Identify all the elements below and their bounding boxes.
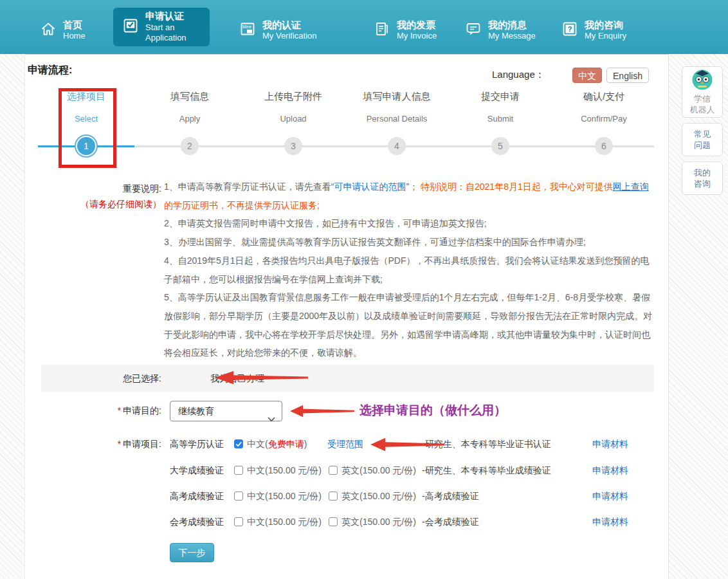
checkbox-english[interactable] [329, 517, 338, 526]
sidebar-box-label: 学信 机器人 [690, 93, 715, 115]
note-text: 2、申请英文报告需同时申请中文报告，如已持有中文报告，可申请追加英文报告; [164, 218, 487, 228]
sidebar-box-chatbot[interactable]: 学信 机器人 [682, 66, 723, 118]
checkbox-label-part: 英文(150.00 元/份) [341, 491, 416, 501]
language-button-chinese[interactable]: 中文 [572, 68, 602, 83]
main-panel: 申请流程: Language： 中文 English 选择项目Select1填写… [24, 54, 669, 579]
language-button-english[interactable]: English [606, 68, 649, 83]
checkbox-label-part: 中文(150.00 元/份) [247, 517, 322, 527]
note-item: 3、办理出国留学、就业需提供高等教育学历认证报告英文翻译件，可通过学信档案中的国… [164, 233, 655, 252]
step-label-zh: 上传电子附件 [242, 91, 345, 103]
nav-item-my-enquiry[interactable]: ?我的咨询My Enquiry [561, 16, 626, 44]
step-circle-4: 4 [388, 137, 406, 155]
checkbox-label: 中文(免费申请) [247, 439, 307, 450]
nav-label-en: My Invoice [397, 31, 437, 41]
selection-band: 您已选择: 我为自己办理 [41, 365, 654, 392]
nav-item-home[interactable]: 首页Home [40, 16, 86, 44]
materials-link[interactable]: 申请材料 [592, 517, 628, 528]
materials-link[interactable]: 申请材料 [592, 439, 628, 450]
nav-item-my-invoice[interactable]: 我的发票My Invoice [374, 16, 437, 44]
note-link[interactable]: 网上查询 [613, 181, 649, 192]
step-label-en: Confirm/Pay [552, 114, 655, 124]
important-notes: 1、申请高等教育学历证书认证，请先查看“可申请认证的范围”； 特别说明：自202… [164, 178, 655, 362]
nav-item-start-an-application[interactable]: 申请认证Start an Application [113, 8, 210, 46]
note-text: 4、自2019年5月1日起，各类报告均只出具电子版报告（PDF），不再出具纸质报… [164, 255, 650, 284]
note-link[interactable]: “可申请认证的范围” [331, 181, 409, 192]
note-text: 特别说明：自2021年8月1日起，我中心对可提供 [421, 181, 613, 192]
nav-label-en: Start an Application [145, 23, 210, 44]
purpose-select-value: 继续教育 [178, 406, 214, 416]
step-label-zh: 填写申请人信息 [345, 91, 448, 103]
language-label: Language： [492, 69, 545, 81]
project-description: -会考成绩验证 [422, 517, 479, 528]
project-row--: 高等学历认证中文(免费申请)受理范围-研究生、本专科等毕业证书认证申请材料 [25, 436, 655, 454]
question-box-icon: ? [561, 21, 578, 40]
next-step-button[interactable]: 下一步 [170, 543, 214, 562]
nav-label-zh: 申请认证 [145, 10, 210, 23]
nav-item-my-message[interactable]: 我的消息My Message [465, 16, 536, 44]
materials-link[interactable]: 申请材料 [592, 465, 628, 477]
checkbox-label: 英文(150.00 元/份) [341, 517, 416, 528]
step-label-zh: 填写信息 [138, 91, 241, 103]
nav-label-zh: 首页 [63, 19, 86, 32]
page-title: 申请流程: [28, 64, 72, 77]
checkbox-english[interactable] [329, 466, 338, 475]
note-text: 1、申请高等教育学历证书认证，请先查看 [164, 181, 331, 192]
message-bubble-icon [465, 21, 482, 40]
robot-avatar [691, 69, 713, 93]
project-description: -高考成绩验证 [422, 491, 479, 502]
checkbox-chinese[interactable] [234, 517, 243, 526]
project-row--: 会考成绩验证中文(150.00 元/份)英文(150.00 元/份)-会考成绩验… [25, 513, 655, 531]
purpose-hint-annotation: 选择申请目的（做什么用） [359, 402, 506, 419]
checkbox-chinese[interactable] [234, 466, 243, 475]
note-text: 5、高等学历认证及出国教育背景信息服务工作一般在申请被受理后的1个月左右完成，但… [164, 292, 652, 358]
project-description: -研究生、本专科等毕业成绩验证 [422, 465, 551, 477]
checkbox-label-part: 中文( [247, 439, 268, 449]
step-label-en: Submit [449, 114, 552, 124]
sidebar-box-my-enquiry[interactable]: 我的 咨询 [682, 161, 723, 195]
chevron-down-icon [268, 409, 275, 428]
step-circle-3: 3 [284, 137, 302, 155]
checkbox-chinese[interactable] [234, 439, 243, 448]
red-arrow-annotation [215, 370, 308, 388]
note-text: 的学历证明书，不再提供学历认证服务; [164, 200, 320, 210]
nav-label-zh: 我的消息 [488, 19, 536, 32]
nav-item-my-verification[interactable]: Mine我的认证My Verification [239, 16, 317, 44]
checkbox-label: 英文(150.00 元/份) [341, 465, 416, 477]
note-item: 4、自2019年5月1日起，各类报告均只出具电子版报告（PDF），不再出具纸质报… [164, 252, 655, 288]
checkbox-label: 中文(150.00 元/份) [247, 465, 322, 477]
step-label-zh: 确认/支付 [552, 91, 655, 103]
purpose-select[interactable]: 继续教育 [170, 401, 282, 421]
materials-link[interactable]: 申请材料 [592, 491, 628, 502]
checkbox-label-part: 中文(150.00 元/份) [247, 491, 322, 501]
step-circle-6: 6 [595, 137, 613, 155]
checkbox-label-part: 英文(150.00 元/份) [341, 517, 416, 527]
checkbox-label-part: 免费申请 [268, 439, 304, 449]
scope-link[interactable]: 受理范围 [327, 439, 363, 450]
required-asterisk: * [118, 405, 121, 416]
mine-badge-icon: Mine [239, 21, 256, 40]
step-label-en: Upload [242, 114, 345, 124]
sidebar-box-label: 常见 问题 [694, 129, 711, 151]
checkbox-label-part: ) [304, 439, 307, 449]
checkbox-english[interactable] [329, 492, 338, 501]
checkbox-label-part: 英文(150.00 元/份) [341, 465, 416, 475]
top-nav: 首页Home申请认证Start an ApplicationMine我的认证My… [0, 0, 728, 54]
nav-label-en: My Message [488, 31, 536, 41]
selection-label: 您已选择: [41, 365, 161, 392]
red-arrow-annotation [290, 404, 354, 421]
nav-label-zh: 我的认证 [262, 19, 317, 32]
svg-text:Mine: Mine [242, 24, 251, 29]
notes-sublabel: （请务必仔细阅读） [25, 199, 161, 210]
project-row--: 大学成绩验证中文(150.00 元/份)英文(150.00 元/份)-研究生、本… [25, 462, 655, 480]
sidebar-box-faq[interactable]: 常见 问题 [682, 123, 723, 156]
project-name: 高等学历认证 [170, 439, 224, 450]
step-circle-2: 2 [181, 137, 199, 155]
red-arrow-annotation [370, 437, 444, 455]
step-label-en: Apply [138, 114, 241, 124]
checkbox-label-part: 中文(150.00 元/份) [247, 465, 322, 475]
nav-label-en: Home [63, 31, 86, 41]
checkbox-chinese[interactable] [234, 492, 243, 501]
note-item: 5、高等学历认证及出国教育背景信息服务工作一般在申请被受理后的1个月左右完成，但… [164, 288, 655, 362]
step-highlight-annotation [59, 88, 116, 168]
nav-label-zh: 我的发票 [397, 19, 437, 32]
